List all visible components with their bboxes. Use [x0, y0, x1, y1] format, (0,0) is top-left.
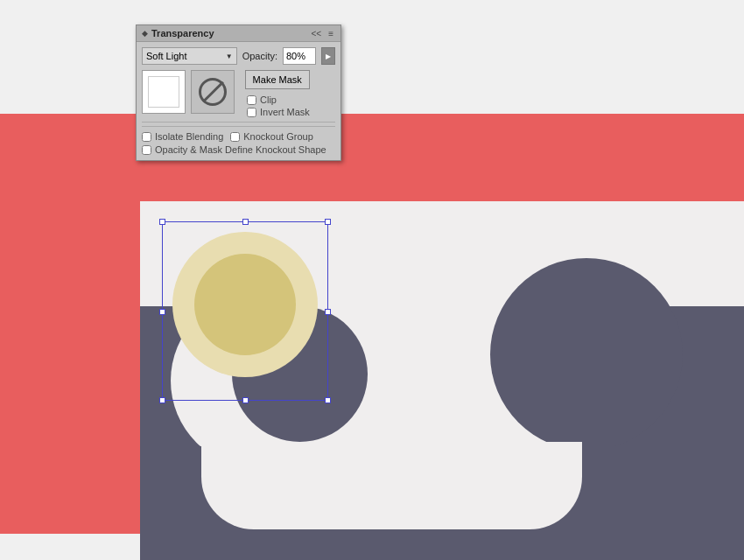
clip-label: Clip: [260, 94, 277, 105]
red-left-bar: [0, 114, 140, 534]
blend-mode-arrow: ▼: [226, 52, 233, 60]
panel-menu-button[interactable]: ≡: [326, 29, 335, 38]
opacity-value: 80%: [286, 51, 305, 61]
knockout-group-label: Knockout Group: [243, 131, 313, 142]
opacity-mask-row: Opacity & Mask Define Knockout Shape: [142, 144, 335, 155]
opacity-label: Opacity:: [242, 51, 277, 61]
layer-thumbnail: [142, 70, 186, 114]
bottom-options: Isolate Blending Knockout Group Opacity …: [142, 126, 335, 155]
opacity-mask-checkbox[interactable]: [142, 145, 151, 155]
layer-thumbnail-content: [148, 76, 179, 108]
handle-top-center[interactable]: [242, 219, 249, 225]
handle-top-left[interactable]: [159, 219, 165, 225]
panel-body: Soft Light ▼ Opacity: 80% ▶: [137, 42, 340, 160]
right-circle: [490, 258, 683, 451]
opacity-arrow-button[interactable]: ▶: [321, 47, 335, 65]
panel-icon: ◆: [142, 29, 148, 38]
no-mask-icon: [199, 78, 227, 106]
mask-thumbnail: [191, 70, 235, 114]
opacity-arrow-icon: ▶: [326, 52, 331, 60]
make-mask-button[interactable]: Make Mask: [245, 70, 310, 89]
knockout-group-checkbox[interactable]: [230, 132, 240, 142]
handle-top-right[interactable]: [325, 219, 331, 225]
panel-collapse-button[interactable]: <<: [309, 29, 323, 38]
invert-mask-checkbox-row: Invert Mask: [247, 107, 310, 117]
isolate-blending-row: Isolate Blending Knockout Group: [142, 131, 335, 142]
titlebar-left: ◆ Transparency: [142, 28, 214, 38]
handle-mid-left[interactable]: [159, 309, 165, 315]
panel-divider: [142, 122, 335, 122]
handle-bottom-center[interactable]: [242, 397, 249, 403]
blend-mode-dropdown[interactable]: Soft Light ▼: [142, 47, 237, 65]
isolate-blending-checkbox[interactable]: [142, 132, 151, 142]
handle-mid-right[interactable]: [325, 309, 331, 315]
titlebar-controls: << ≡: [309, 29, 335, 38]
bottom-round-cutout: [201, 442, 582, 529]
panel-title: Transparency: [151, 28, 214, 38]
clip-checkbox[interactable]: [247, 95, 256, 105]
canvas-area: [0, 0, 744, 560]
handle-bottom-left[interactable]: [159, 397, 165, 403]
mask-options: Clip Invert Mask: [247, 94, 310, 117]
selection-box: [162, 221, 328, 401]
clip-checkbox-row: Clip: [247, 94, 310, 105]
panel-titlebar[interactable]: ◆ Transparency << ≡: [137, 25, 340, 42]
transparency-panel: ◆ Transparency << ≡ Soft Light ▼ Opacity…: [136, 24, 341, 161]
handle-bottom-right[interactable]: [325, 397, 331, 403]
blend-mode-value: Soft Light: [146, 51, 186, 61]
opacity-input[interactable]: 80%: [283, 47, 316, 65]
isolate-blending-label: Isolate Blending: [155, 131, 223, 142]
invert-mask-checkbox[interactable]: [247, 108, 256, 117]
invert-mask-label: Invert Mask: [260, 107, 310, 117]
blend-opacity-row: Soft Light ▼ Opacity: 80% ▶: [142, 47, 335, 65]
opacity-mask-label: Opacity & Mask Define Knockout Shape: [155, 144, 326, 155]
